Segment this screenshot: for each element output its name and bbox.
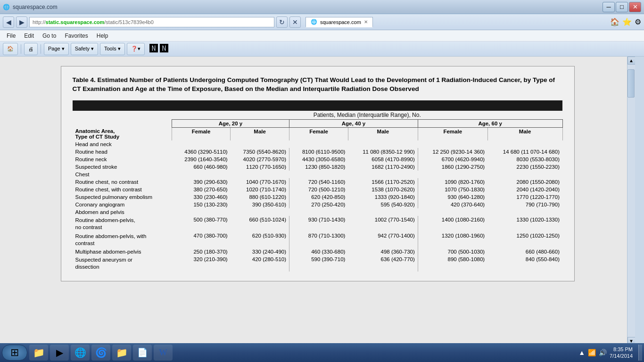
taskbar-app-chrome[interactable]: 🌐 — [71, 345, 90, 361]
cell-mp-f40: 460 (330-680) — [289, 248, 348, 255]
taskbar-app-pdf[interactable]: 📄 — [133, 345, 152, 361]
cell-anc-m20: 660 (510-1024) — [231, 216, 289, 232]
home-toolbar-button[interactable]: 🏠 — [3, 43, 18, 55]
page-toolbar-button[interactable]: Page ▾ — [44, 43, 69, 55]
cell-cwc-m40: 1538 (1070-2620) — [348, 186, 418, 193]
taskbar-app-media[interactable]: ▶ — [50, 345, 69, 361]
row-label-suspected-stroke: Suspected stroke — [73, 163, 172, 171]
taskbar: ⊞ 📁 ▶ 🌐 🌀 📁 📄 W ▲ 📶 🔊 8:35 PM 7/14/2014 — [0, 343, 644, 362]
row-label-pulm-emb: Suspected pulmonary embolism — [73, 193, 172, 201]
cell-pe-m40: 1333 (920-1840) — [348, 193, 418, 201]
stop-button[interactable]: ✕ — [289, 16, 301, 28]
home-icon[interactable]: 🏠 — [610, 17, 619, 26]
cell-anc-m40: 1002 (770-1540) — [348, 216, 418, 232]
cell-an-m20: 420 (280-510) — [231, 255, 289, 272]
scroll-thumb[interactable] — [627, 69, 635, 98]
tray-arrow-icon[interactable]: ▲ — [578, 349, 585, 356]
cell-cnc-m40: 1566 (1170-2520) — [348, 178, 418, 186]
address-protocol: http:// — [33, 19, 46, 25]
ie-addon-icon1[interactable]: 🅽 — [149, 44, 158, 54]
col-headers-row: Anatomic Area,Type of CT Study Female Ma… — [73, 127, 563, 140]
cell-awc-m60: 1250 (1020-1250) — [487, 232, 562, 248]
taskbar-app-word[interactable]: W — [154, 345, 173, 361]
close-button[interactable]: ✕ — [629, 2, 641, 12]
safety-toolbar-button[interactable]: Safety ▾ — [71, 43, 98, 55]
menu-file[interactable]: File — [3, 32, 19, 40]
refresh-button[interactable]: ↻ — [276, 16, 288, 28]
tab-close-button[interactable]: ✕ — [364, 19, 368, 25]
toolbar-separator2 — [41, 44, 41, 54]
cell-pe-m60: 1770 (1220-1770) — [487, 193, 562, 201]
taskbar-app-files[interactable]: 📁 — [29, 345, 48, 361]
maximize-button[interactable]: □ — [616, 2, 628, 12]
col-female-40: Female — [289, 127, 348, 140]
cell-cnc-f40: 720 (540-1160) — [289, 178, 348, 186]
tab-squarespace[interactable]: 🌐 squarespace.com ✕ — [305, 17, 373, 27]
menu-goto[interactable]: Go to — [39, 32, 60, 40]
cell-an-m60: 840 (550-840) — [487, 255, 562, 272]
cell-cwc-m20: 1020 (710-1740) — [231, 186, 289, 193]
show-desktop-button[interactable] — [638, 345, 642, 361]
table-row: Multiphase abdomen-pelvis 250 (180-370) … — [73, 248, 563, 255]
table-row: Routine chest, no contrast 390 (290-630)… — [73, 178, 563, 186]
cell-pe-m20: 880 (610-1220) — [231, 193, 289, 201]
print-toolbar-button[interactable]: 🖨 — [24, 43, 38, 55]
cell-awc-m20: 620 (510-930) — [231, 232, 289, 248]
favorites-icon[interactable]: ⭐ — [622, 17, 632, 26]
forward-button[interactable]: ▶ — [16, 16, 27, 28]
cell-ca-m40: 595 (540-920) — [348, 201, 418, 208]
address-domain2: squarespace.com — [60, 19, 104, 25]
cell-pe-f20: 330 (230-460) — [172, 193, 230, 201]
cell-pe-f60: 930 (640-1280) — [418, 193, 487, 201]
tools-toolbar-button[interactable]: Tools ▾ — [100, 43, 125, 55]
scroll-track[interactable] — [627, 65, 635, 337]
system-clock[interactable]: 8:35 PM 7/14/2014 — [610, 346, 633, 360]
taskbar-app-folder[interactable]: 📁 — [112, 345, 131, 361]
settings-icon[interactable]: ⚙ — [635, 17, 641, 26]
col-male-40: Male — [348, 127, 418, 140]
row-label-abd-wc: Routine abdomen-pelvis, withcontrast — [73, 232, 172, 248]
cell-awc-m40: 942 (770-1400) — [348, 232, 418, 248]
cell-awc-f60: 1320 (1080-1960) — [418, 232, 487, 248]
minimize-button[interactable]: ─ — [603, 2, 615, 12]
taskbar-app-ie[interactable]: 🌀 — [91, 345, 110, 361]
row-label-chest-nc: Routine chest, no contrast — [73, 178, 172, 186]
black-header-cell — [73, 100, 563, 111]
scrollbar[interactable]: ▲ ▼ — [627, 57, 635, 345]
cell-ca-f20: 150 (130-230) — [172, 201, 230, 208]
system-tray: ▲ 📶 🔊 8:35 PM 7/14/2014 — [575, 346, 636, 360]
cell-rn-f60: 6700 (4620-9940) — [418, 156, 487, 163]
ie-addon-icon2[interactable]: 🅽 — [160, 44, 168, 54]
cell-ss-m60: 2230 (1550-2230) — [487, 163, 562, 171]
cell-awc-f20: 470 (380-700) — [172, 232, 230, 248]
title-bar-controls[interactable]: ─ □ ✕ — [603, 2, 641, 12]
col-male-20: Male — [231, 127, 289, 140]
toolbar-separator — [21, 44, 21, 54]
menu-help[interactable]: Help — [93, 32, 112, 40]
age-40-header: Age, 40 y — [289, 119, 418, 127]
black-header-row — [73, 100, 563, 111]
table-row: Routine head 4360 (3290-5110) 7350 (5540… — [73, 148, 563, 156]
address-field[interactable]: http://static.squarespace.com/static/513… — [29, 17, 274, 27]
menu-edit[interactable]: Edit — [20, 32, 38, 40]
age-20-header: Age, 20 y — [172, 119, 289, 127]
cell-rn-f20: 2390 (1640-3540) — [172, 156, 230, 163]
start-button[interactable]: ⊞ — [2, 345, 27, 361]
tab-label: squarespace.com — [320, 19, 361, 25]
title-bar-left: 🌐 squarespace.com — [3, 4, 58, 10]
cell-mp-m40: 498 (360-730) — [348, 248, 418, 255]
cell-rn-m20: 4020 (2770-5970) — [231, 156, 289, 163]
menu-favorites[interactable]: Favorites — [61, 32, 91, 40]
title-bar: 🌐 squarespace.com ─ □ ✕ — [0, 0, 644, 14]
browser-icon: 🌐 — [3, 4, 10, 10]
cell-ss-f40: 1230 (850-1820) — [289, 163, 348, 171]
back-button[interactable]: ◀ — [3, 16, 14, 28]
cell-ca-f60: 420 (370-640) — [418, 201, 487, 208]
col-female-20: Female — [172, 127, 230, 140]
address-path: /static/513c7839e4b0 — [104, 19, 154, 25]
cell-rh-m60: 14 680 (11 070-14 680) — [487, 148, 562, 156]
anatomic-area-header: Anatomic Area,Type of CT Study — [75, 128, 169, 140]
age-60-header: Age, 60 y — [418, 119, 562, 127]
help-toolbar-button[interactable]: ❓▾ — [127, 43, 145, 55]
scroll-up-arrow[interactable]: ▲ — [627, 57, 636, 65]
